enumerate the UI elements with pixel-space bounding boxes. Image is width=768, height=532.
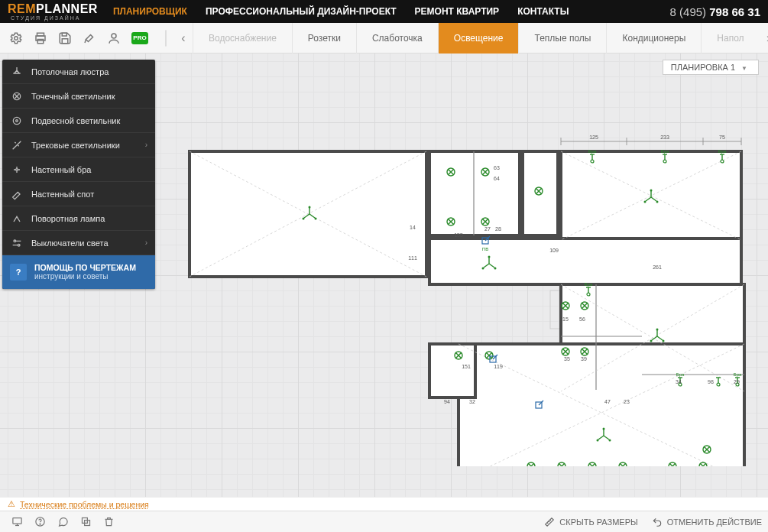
user-icon[interactable]	[102, 28, 125, 49]
svg-point-6	[112, 34, 116, 38]
sidebar-item-swivel-lamp[interactable]: Поворотная лампа	[2, 206, 155, 231]
chandelier-icon	[10, 65, 24, 79]
svg-point-11	[14, 240, 16, 242]
logo[interactable]: REMPLANNER СТУДИЯ ДИЗАЙНА	[8, 3, 98, 21]
sidebar-item-pendant-light[interactable]: Подвесной светильник	[2, 109, 155, 133]
top-nav: REMPLANNER СТУДИЯ ДИЗАЙНА ПЛАНИРОВЩИК ПР…	[0, 0, 768, 23]
view-2d-button[interactable]: 2D	[166, 31, 167, 46]
tabs-next-icon[interactable]: ›	[760, 23, 768, 54]
svg-point-9	[16, 119, 18, 122]
dim-bath-w: 155	[454, 232, 463, 238]
help-subtitle: инструкции и советы	[34, 272, 136, 281]
help-circle-icon[interactable]	[29, 514, 50, 530]
tab-lighting[interactable]: Освещение	[438, 23, 519, 54]
tools-icon[interactable]	[78, 28, 101, 49]
dim-left-hall: 111	[408, 255, 417, 261]
dim-kitchen-c: 29	[734, 379, 740, 384]
nav-design[interactable]: ПРОФЕССИОНАЛЬНЫЙ ДИЗАЙН-ПРОЕКТ	[206, 6, 397, 17]
gear-icon[interactable]	[5, 28, 28, 49]
tab-heating[interactable]: Теплые полы	[518, 23, 606, 54]
svg-point-12	[18, 244, 20, 246]
logo-planner: PLANNER	[36, 2, 98, 15]
svg-point-10	[16, 168, 18, 170]
planning-dropdown[interactable]: ПЛАНИРОВКА 1	[663, 60, 759, 75]
dim-hall-r: 119	[494, 364, 503, 369]
chevron-right-icon: ›	[145, 238, 147, 247]
save-icon[interactable]	[53, 28, 76, 49]
dim-corr-w: 109	[549, 248, 559, 253]
problems-link[interactable]: Технические проблемы и решения	[20, 500, 149, 509]
sidebar-item-wall-spot[interactable]: Настенный спот	[2, 182, 155, 206]
tabs-prev-icon[interactable]: ‹	[174, 23, 193, 54]
bra-label: Бра	[734, 372, 742, 377]
tool-icons: PRO	[0, 28, 157, 49]
dim-entry-a: 94	[444, 399, 450, 404]
dim-entry-b: 32	[469, 399, 475, 404]
view-toggle: 2D 3D	[165, 30, 167, 47]
dim-hall-l: 151	[462, 364, 471, 369]
undo-button[interactable]: ОТМЕНИТЬ ДЕЙСТВИЕ	[652, 517, 762, 527]
bra-label: Бра	[661, 149, 669, 154]
workspace[interactable]: ПЛАНИРОВКА 1 Потолочная люстра Точечный …	[0, 54, 768, 497]
sidebar-item-label: Потолочная люстра	[31, 67, 109, 76]
dim-kitchen-a: 34	[676, 379, 682, 384]
dim-kitchen-b: 98	[708, 379, 714, 384]
wall-spot-icon	[10, 187, 24, 201]
svg-line-72	[547, 522, 548, 523]
status-right: СКРЫТЬ РАЗМЕРЫ ОТМЕНИТЬ ДЕЙСТВИЕ	[544, 517, 762, 527]
tab-ac[interactable]: Кондиционеры	[606, 23, 701, 54]
sidebar-item-wall-bra[interactable]: Настенный бра	[2, 157, 155, 182]
svg-point-69	[40, 524, 41, 524]
svg-line-73	[549, 521, 549, 521]
undo-label: ОТМЕНИТЬ ДЕЙСТВИЕ	[667, 517, 762, 527]
floorplan-canvas[interactable]: 125 233 75	[183, 99, 749, 466]
sidebar-item-label: Поворотная лампа	[31, 214, 105, 223]
chat-icon[interactable]	[52, 514, 73, 530]
pro-badge[interactable]: PRO	[131, 32, 148, 44]
nav-planner[interactable]: ПЛАНИРОВЩИК	[113, 6, 187, 17]
hide-sizes-button[interactable]: СКРЫТЬ РАЗМЕРЫ	[544, 517, 637, 527]
spot-icon	[10, 89, 24, 103]
dim-bed-c: 35	[564, 356, 570, 362]
nav-renovation[interactable]: РЕМОНТ КВАРТИР	[415, 6, 500, 17]
toolbar: PRO 2D 3D ‹ Водоснабжение Розетки Слабот…	[0, 23, 768, 54]
dim-top-c: 75	[719, 135, 725, 140]
warning-icon: ⚠	[8, 499, 15, 509]
sidebar-item-label: Настенный спот	[31, 190, 94, 199]
nav-links: ПЛАНИРОВЩИК ПРОФЕССИОНАЛЬНЫЙ ДИЗАЙН-ПРОЕ…	[113, 6, 569, 17]
sidebar-item-track-lights[interactable]: Трековые светильники ›	[2, 133, 155, 157]
tab-sockets[interactable]: Розетки	[292, 23, 356, 54]
lighting-palette: Потолочная люстра Точечный светильник По…	[2, 60, 155, 289]
tab-floor[interactable]: Напол	[701, 23, 759, 54]
swivel-icon	[10, 212, 24, 225]
phone-number[interactable]: 8 (495) 798 66 31	[670, 5, 760, 18]
sidebar-item-label: Трековые светильники	[31, 141, 120, 150]
svg-rect-40	[523, 151, 558, 235]
monitor-icon[interactable]	[6, 514, 28, 530]
svg-rect-45	[429, 344, 475, 397]
dim-liv-b: 23	[624, 399, 630, 404]
dim-bed-d: 39	[581, 356, 587, 362]
svg-point-0	[15, 36, 18, 40]
phone-prefix: 8 (495)	[670, 5, 710, 18]
help-title: ПОМОЩЬ ПО ЧЕРТЕЖАМ	[34, 263, 136, 273]
phone-main: 798 66 31	[709, 5, 760, 18]
svg-line-74	[550, 520, 551, 521]
tab-lowvolt[interactable]: Слаботочка	[356, 23, 438, 54]
bra-label: Бра	[676, 372, 685, 377]
logo-rem: REM	[8, 2, 36, 15]
sidebar-item-label: Точечный светильник	[31, 92, 115, 101]
print-icon[interactable]	[29, 28, 52, 49]
trash-icon[interactable]	[98, 514, 119, 530]
sidebar-item-spot-light[interactable]: Точечный светильник	[2, 84, 155, 109]
tab-water[interactable]: Водоснабжение	[193, 23, 292, 54]
svg-rect-5	[62, 38, 68, 43]
sidebar-item-help[interactable]: ? ПОМОЩЬ ПО ЧЕРТЕЖАМ инструкции и советы	[2, 255, 155, 289]
sidebar-item-ceiling-chandelier[interactable]: Потолочная люстра	[2, 60, 155, 84]
nav-contacts[interactable]: КОНТАКТЫ	[517, 6, 569, 17]
sidebar-item-label: Настенный бра	[31, 165, 91, 174]
sidebar-item-switches[interactable]: Выключатели света ›	[2, 231, 155, 255]
logo-subtitle: СТУДИЯ ДИЗАЙНА	[11, 15, 98, 21]
bra-label: Бра	[585, 282, 593, 287]
copy-icon[interactable]	[75, 514, 96, 530]
